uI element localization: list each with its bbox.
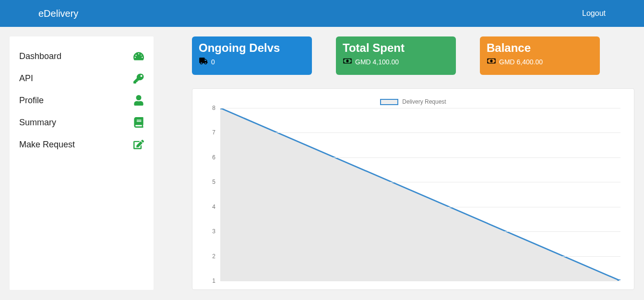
card-value: GMD 6,400.00	[499, 58, 543, 66]
gridline	[220, 256, 620, 257]
dashboard-icon	[133, 51, 144, 61]
y-tick: 3	[206, 228, 215, 235]
sidebar-item-label: Profile	[19, 96, 44, 106]
y-tick: 6	[206, 154, 215, 161]
y-tick: 5	[206, 179, 215, 185]
sidebar-item-make-request[interactable]: Make Request	[19, 133, 144, 156]
chart-legend: Delivery Request	[202, 98, 624, 105]
gridline	[220, 108, 620, 108]
top-bar: eDelivery Logout	[0, 0, 644, 27]
card-title: Balance	[487, 41, 593, 55]
sidebar-item-label: Make Request	[19, 140, 75, 150]
user-icon	[133, 95, 144, 106]
truck-icon	[199, 58, 208, 66]
y-tick: 2	[206, 253, 215, 260]
card-title: Ongoing Delvs	[199, 41, 305, 55]
logout-link[interactable]: Logout	[582, 9, 606, 18]
card-title: Total Spent	[343, 41, 449, 55]
brand[interactable]: eDelivery	[38, 8, 78, 19]
card-balance: Balance GMD 6,400.00	[480, 36, 600, 75]
sidebar-item-label: Dashboard	[19, 51, 61, 61]
y-axis: 12345678	[206, 108, 215, 281]
chart-area: 12345678	[216, 108, 624, 281]
chart-series	[220, 108, 620, 281]
y-tick: 1	[206, 277, 215, 284]
stat-cards: Ongoing Delvs 0 Total Spent GMD 4,100.00	[192, 36, 634, 75]
edit-icon	[133, 139, 144, 150]
card-value: GMD 4,100.00	[355, 58, 399, 66]
card-total-spent: Total Spent GMD 4,100.00	[336, 36, 456, 75]
gridline	[220, 207, 620, 207]
gridline	[220, 157, 620, 158]
sidebar-item-label: API	[19, 73, 33, 84]
sidebar-item-summary[interactable]: Summary	[19, 111, 144, 133]
y-tick: 8	[206, 105, 215, 111]
book-icon	[133, 117, 144, 128]
y-tick: 7	[206, 129, 215, 136]
key-icon	[133, 73, 144, 84]
money-icon	[343, 58, 352, 66]
plot-area	[220, 108, 620, 281]
card-ongoing-delvs: Ongoing Delvs 0	[192, 36, 312, 75]
sidebar-item-dashboard[interactable]: Dashboard	[19, 45, 144, 67]
card-value: 0	[211, 58, 215, 66]
money-icon	[487, 58, 496, 66]
gridline	[220, 281, 620, 281]
sidebar: Dashboard API Profile Summary Make Reque	[10, 36, 154, 290]
sidebar-item-label: Summary	[19, 118, 56, 128]
gridline	[220, 231, 620, 232]
legend-swatch	[380, 99, 398, 105]
gridline	[220, 132, 620, 133]
sidebar-item-api[interactable]: API	[19, 67, 144, 89]
gridline	[220, 182, 620, 182]
main-content: Ongoing Delvs 0 Total Spent GMD 4,100.00	[192, 36, 634, 290]
legend-label: Delivery Request	[402, 98, 446, 105]
y-tick: 4	[206, 204, 215, 210]
chart-panel: Delivery Request 12345678	[192, 88, 634, 290]
sidebar-item-profile[interactable]: Profile	[19, 89, 144, 111]
